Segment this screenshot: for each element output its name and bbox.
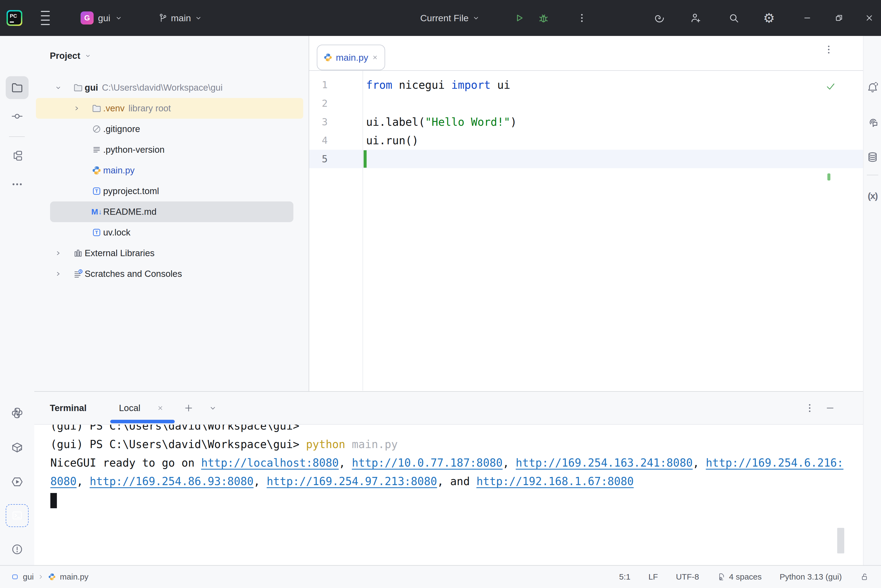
titlebar: PC G gui main Current File [0,0,881,36]
database-button[interactable] [864,151,881,164]
terminal-scrollback-line: (gui) PS C:\Users\david\Workspace\gui> [50,424,300,435]
project-tool-button[interactable] [0,76,34,99]
minimize-button[interactable] [800,0,815,36]
pycharm-logo[interactable]: PC [6,0,22,36]
tree-item-scratches[interactable]: Scratches and Consoles [34,264,309,284]
change-marker [827,173,830,180]
structure-tool-button[interactable] [0,150,34,162]
ai-chat-button[interactable] [864,116,881,129]
tree-item-python-version[interactable]: .python-version [34,140,309,160]
problems-tool-button[interactable] [0,543,34,556]
markdown-file-icon: M↓ [92,207,102,216]
bell-icon [866,81,879,94]
code-line-1[interactable]: from nicegui import ui [366,76,510,94]
close-button[interactable] [862,0,877,36]
tree-item-label: .venv [103,103,124,114]
tab-main-py[interactable]: main.py [317,45,385,70]
chevron-down-icon [54,84,62,92]
chevron-right-icon [54,270,62,278]
tree-item-venv[interactable]: .venv library root [36,98,303,119]
tree-item-external-libraries[interactable]: External Libraries [34,243,309,264]
close-icon[interactable] [372,54,379,61]
notifications-button[interactable] [864,81,881,94]
tree-item-gitignore[interactable]: .gitignore [34,119,309,140]
terminal-icon [11,509,23,522]
workspace-icon [11,573,19,581]
minimize-icon [802,12,813,23]
editor-tabs-menu-button[interactable] [823,44,834,55]
breadcrumb-file[interactable]: main.py [60,572,88,582]
tab-label: main.py [336,52,368,63]
hide-terminal-button[interactable] [825,392,836,424]
tree-item-root-gui[interactable]: gui C:\Users\david\Workspace\gui [34,77,309,98]
chevron-down-icon [115,14,123,22]
settings-button[interactable]: ⚙ [763,0,775,36]
ai-assistant-button[interactable] [653,0,665,36]
more-tools-button[interactable] [0,178,34,190]
tree-item-readme[interactable]: M↓ README.md [50,201,294,222]
terminal-link[interactable]: http://169.254.86.93:8080 [90,475,254,488]
tree-item-label: .python-version [103,144,165,155]
minimize-icon [825,403,836,414]
terminal-link[interactable]: http://localhost:8080 [201,456,339,469]
code-line-4[interactable]: ui.run() [366,131,419,150]
line-number: 1 [309,76,328,94]
caret-position-widget[interactable]: 5:1 [619,572,631,582]
code-line-3[interactable]: ui.label("Hello Word!") [366,113,517,131]
main-menu-icon[interactable] [41,0,50,36]
line-separator-widget[interactable]: LF [648,572,658,582]
project-panel-header[interactable]: Project [50,48,103,64]
terminal-link[interactable]: http://169.254.97.213:8080 [267,475,437,488]
commit-tool-button[interactable] [0,110,34,123]
project-avatar: G [81,11,94,24]
tree-item-label: Scratches and Consoles [85,268,182,279]
terminal-panel: Terminal Local (gui) PS C:\Users\david\W… [34,391,863,565]
database-icon [866,151,879,164]
terminal-panel-title[interactable]: Terminal [50,392,87,424]
tree-item-pyproject[interactable]: T pyproject.toml [34,181,309,201]
run-button[interactable] [513,0,525,36]
terminal-link[interactable]: http://192.168.1.67:8080 [476,475,634,488]
interpreter-widget[interactable]: Python 3.13 (gui) [780,572,842,582]
debug-button[interactable] [537,0,550,36]
vcs-widget[interactable]: main [157,0,202,36]
project-widget[interactable]: G gui [81,0,123,36]
tree-item-main-py[interactable]: main.py [34,160,309,181]
python-packages-tool-button[interactable] [0,441,34,454]
editor: main.py 1 2 3 4 5 from nicegui import ui… [309,36,863,391]
terminal-output[interactable]: (gui) PS C:\Users\david\Workspace\gui> (… [34,424,863,565]
tree-item-label: .gitignore [103,124,140,134]
terminal-link[interactable]: http://169.254.163.241:8080 [516,456,693,469]
tree-item-uv-lock[interactable]: T uv.lock [34,222,309,243]
terminal-link[interactable]: 8080 [50,475,76,488]
status-widgets: 5:1 LF UTF-8 4 spaces Python 3.13 (gui) [619,572,881,582]
inspections-widget[interactable] [825,81,836,92]
terminal-tool-button[interactable] [0,504,34,527]
terminal-link[interactable]: http://10.0.77.187:8080 [352,456,503,469]
variables-tool-button[interactable]: (x) [864,190,881,201]
indent-widget[interactable]: 4 spaces [717,572,761,582]
commit-icon [11,110,23,123]
close-icon [156,404,164,412]
restore-icon [833,12,844,23]
terminal-link[interactable]: http://169.254.6.216: [706,456,844,469]
code-with-me-button[interactable] [690,0,702,36]
terminal-tab-local[interactable]: Local [119,392,141,424]
terminal-scrollbar[interactable] [837,528,844,554]
terminal-options-button[interactable] [804,392,815,424]
services-tool-button[interactable] [0,476,34,488]
terminal-tab-dropdown[interactable] [208,392,217,424]
terminal-tab-close-button[interactable] [156,392,164,424]
python-console-tool-button[interactable] [0,407,34,419]
more-actions-button[interactable] [577,0,587,36]
text-file-icon [92,145,102,154]
restore-button[interactable] [831,0,847,36]
breadcrumb-workspace[interactable]: gui [23,572,34,582]
lock-open-icon[interactable] [860,572,869,582]
search-everywhere-button[interactable] [728,0,740,36]
new-terminal-button[interactable] [183,392,194,424]
terminal-header: Terminal Local [34,392,863,424]
run-configuration-selector[interactable]: Current File [420,0,480,36]
terminal-prompt-line: (gui) PS C:\Users\david\Workspace\gui> p… [50,435,398,453]
encoding-widget[interactable]: UTF-8 [676,572,699,582]
